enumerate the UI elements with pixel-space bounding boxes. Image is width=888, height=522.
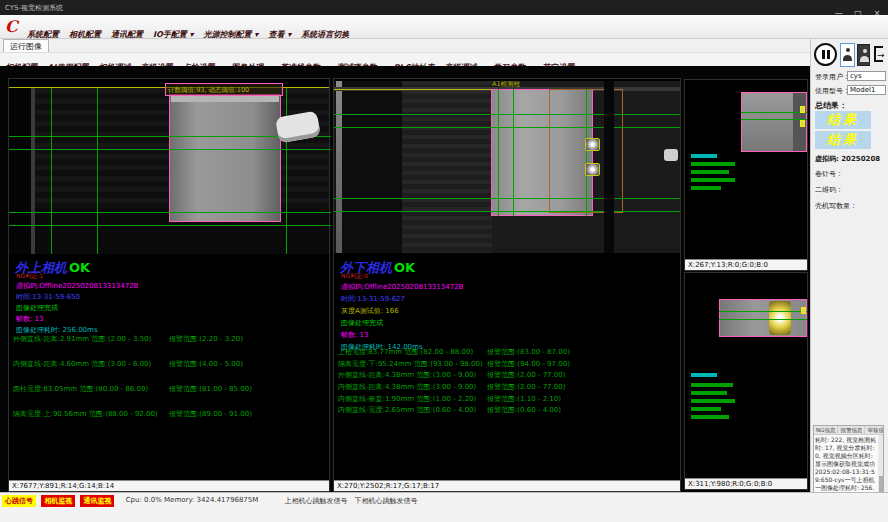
- thumbnail-panel-2[interactable]: X:311;Y:980;R:0;G:0;B:0: [684, 272, 808, 490]
- thumbnail-panel-1[interactable]: X:267;Y:13;R:0;G:0;B:0: [684, 79, 808, 271]
- model-label: 使用型号：: [815, 86, 850, 96]
- measurement-row: 内侧直线-距离:4.60mm 范围:(3.00 - 6.00)报警范围:(4.0…: [9, 359, 329, 384]
- menu-item[interactable]: 系统配置: [22, 30, 64, 39]
- tab-run-image[interactable]: 运行图像: [3, 39, 49, 52]
- camera-panel-lower-outer[interactable]: A1检测框 外下相机OK NG判定:0 虚拟码:Offline202502081…: [333, 78, 681, 492]
- user-button[interactable]: [857, 44, 870, 66]
- measurement-value: 隔离宽度-下:95.24mm 范围:(93.00 - 98.00): [338, 359, 483, 369]
- measurement-list: 外侧直线-距离:2.91mm 范围:(2.00 - 3.50)报警范围:(2.2…: [9, 334, 329, 434]
- result-info-lines: 虚拟码:Offline2025020813313472B时间:13-31-59-…: [16, 281, 327, 336]
- scene-mid-dark-divider: [604, 81, 614, 253]
- camera-panel-upper-outer[interactable]: 计数阈值:93, 动态阈值:100 外上相机OK NG判定:1 虚拟码:Offl…: [8, 78, 330, 492]
- alarm-range: 报警范围:(4.00 - 5.00): [169, 359, 243, 369]
- battery-block-top-strip: [171, 96, 279, 102]
- pixel-coordinate-bar: X:267;Y:13;R:0;G:0;B:0: [685, 259, 807, 270]
- menu-item[interactable]: 光源控制配置 ▾: [199, 30, 264, 39]
- pause-button[interactable]: [814, 43, 837, 66]
- green-guide-line: [51, 88, 52, 254]
- app-window: CYS-视觉检测系统 — □ × C 系统配置相机配置通讯配置IO手配置 ▾光源…: [0, 0, 888, 522]
- cpu-memory-readout: Cpu: 0.0% Memory: 3424.41796875M: [126, 496, 259, 504]
- camera-image-lower-outer[interactable]: A1检测框: [334, 81, 680, 253]
- measurement-value: 圆柱宽度:83.05mm 范围:(80.00 - 86.00): [13, 384, 148, 394]
- green-guide-line: [334, 198, 680, 199]
- green-guide-line: [586, 89, 587, 216]
- green-guide-line: [513, 89, 514, 216]
- result-value-1: 结果: [815, 111, 871, 129]
- result-line: 灰度A测试值: 166: [341, 305, 678, 317]
- green-guide-line: [286, 88, 287, 254]
- battery-block: [169, 94, 281, 222]
- measurement-row: 上枪宽度:83.77mm 范围:(82.00 - 88.00)报警范围:(83.…: [334, 347, 680, 359]
- login-user-label: 登录用户：: [815, 72, 850, 82]
- model-field[interactable]: Model1: [847, 85, 886, 95]
- measurement-list: 上枪宽度:83.77mm 范围:(82.00 - 88.00)报警范围:(83.…: [334, 347, 680, 417]
- menu-item[interactable]: IO手配置 ▾: [148, 30, 199, 39]
- alarm-range: 报警范围:(89.00 - 91.00): [169, 409, 252, 419]
- measurement-value: 上枪宽度:83.77mm 范围:(82.00 - 88.00): [338, 347, 473, 357]
- measurement-value: 内侧直线-距离:4.38mm 范围:(3.00 - 9.00): [338, 382, 476, 392]
- ng-count-label: NG判定:1: [16, 272, 43, 281]
- result-line: 虚拟码:Offline2025020813313472B: [16, 281, 327, 292]
- measurement-row: 内侧直线-垂直:1.90mm 范围:(1.00 - 2.20)报警范围:(1.1…: [334, 394, 680, 406]
- exit-arrow-icon: →: [877, 51, 885, 59]
- qr-code-label: 二维码：: [815, 185, 843, 195]
- info-tab[interactable]: 报警信息: [838, 426, 865, 434]
- measurement-value: 内侧直线-垂直:1.90mm 范围:(1.00 - 2.20): [338, 394, 476, 404]
- result-text-line: [691, 162, 735, 166]
- menu-item[interactable]: 系统语言切换: [296, 30, 354, 39]
- green-guide-line: [719, 319, 807, 320]
- exit-button[interactable]: →: [872, 43, 888, 67]
- main-area: 计数阈值:93, 动态阈值:100 外上相机OK NG判定:1 虚拟码:Offl…: [0, 66, 810, 492]
- pixel-coordinate-bar: X:311;Y:980;R:0;G:0;B:0: [685, 478, 807, 489]
- green-guide-line: [9, 149, 331, 150]
- virtual-code-row: 虚拟码: 20250208: [815, 154, 880, 164]
- green-guide-line: [741, 112, 807, 113]
- toolbar: 相机配置AI使用配置相机调试高级设置点检设置 ▾图像处理 ▾基准线参数 ▾测试项…: [0, 52, 810, 66]
- camera-image-upper-outer[interactable]: 计数阈值:93, 动态阈值:100: [9, 87, 329, 253]
- menu-item[interactable]: 相机配置: [64, 30, 106, 39]
- green-guide-line: [9, 212, 331, 213]
- result-text-line: [691, 391, 727, 395]
- result-text-line: [691, 407, 721, 411]
- user-button-active[interactable]: [840, 43, 855, 67]
- defect-marker-box: [801, 307, 806, 314]
- scene-mid-zone-a: [342, 81, 402, 253]
- result-line: 虚拟码:Offline2025020813313472B: [341, 281, 678, 293]
- yellow-reference-line: [334, 89, 491, 90]
- measurement-row: 外侧直线-距离:4.38mm 范围:(3.00 - 9.00)报警范围:(2.0…: [334, 370, 680, 382]
- pixel-coordinate-bar: X:270;Y:2502;R:17;G:17;B:17: [334, 480, 680, 491]
- measurement-row: 隔离宽度-下:95.24mm 范围:(93.00 - 98.00)报警范围:(9…: [334, 359, 680, 371]
- right-sidebar: → 登录用户： cys 使用型号： Model1 总结果： 结果 结果 虚拟码:…: [810, 39, 888, 494]
- workspace-top-strip: 运行图像 相机配置AI使用配置相机调试高级设置点检设置 ▾图像处理 ▾基准线参数…: [0, 39, 810, 66]
- highlight-spot: [585, 163, 600, 176]
- info-tab[interactable]: 审核信息: [865, 426, 883, 434]
- pixel-coordinate-bar: X:7677;Y:891;R:14;G:14;B:14: [9, 480, 329, 491]
- status-bar: 心跳信号 相机监视 通讯监视 Cpu: 0.0% Memory: 3424.41…: [0, 492, 888, 522]
- result-value-2: 结果: [815, 131, 871, 149]
- pin-number-label: 卷针号：: [815, 169, 843, 179]
- green-guide-line: [741, 119, 807, 120]
- measurement-value: 内侧直线-宽度:2.65mm 范围:(0.60 - 4.00): [338, 405, 476, 415]
- result-text-line: [691, 415, 729, 419]
- info-tab[interactable]: NG信息: [814, 426, 838, 434]
- shell-write-count-label: 壳机写数量：: [815, 201, 857, 211]
- connector-object: [664, 149, 678, 161]
- login-user-field[interactable]: cys: [847, 71, 886, 81]
- alarm-range: 报警范围:(2.00 - 77.00): [487, 370, 565, 380]
- alarm-range: 报警范围:(94.00 - 97.00): [487, 359, 570, 369]
- measurement-value: 隔离宽度-上:90.56mm 范围:(88.00 - 92.00): [13, 409, 158, 419]
- menu-item[interactable]: 查看 ▾: [263, 30, 296, 39]
- camera-monitor-badge: 相机监视: [41, 495, 75, 507]
- info-scrollbar[interactable]: [878, 435, 883, 494]
- result-line: 图像处理完成: [16, 303, 327, 314]
- bright-defect-spot: [769, 301, 791, 335]
- user-icon: [843, 48, 852, 61]
- scene-mid-zone-b: [402, 81, 492, 253]
- menu-item[interactable]: 通讯配置: [106, 30, 148, 39]
- alarm-range: 报警范围:(83.00 - 87.00): [487, 347, 570, 357]
- menu-bar: C 系统配置相机配置通讯配置IO手配置 ▾光源控制配置 ▾查看 ▾系统语言切换: [0, 15, 888, 39]
- virtual-code-label: 虚拟码:: [815, 155, 839, 163]
- green-guide-line: [334, 114, 680, 115]
- measurement-value: 内侧直线-距离:4.60mm 范围:(3.00 - 6.00): [13, 359, 151, 369]
- highlight-spot: [585, 138, 600, 151]
